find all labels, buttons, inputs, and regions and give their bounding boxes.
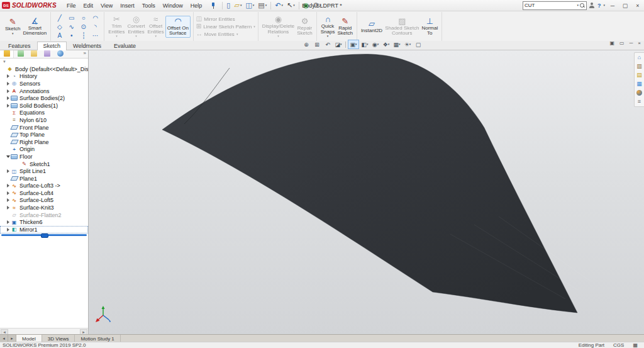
save-button[interactable]: ◫▾ xyxy=(243,2,256,9)
menu-help[interactable]: Help xyxy=(187,3,206,9)
normal-to-button[interactable]: ⊥ NormalTo xyxy=(420,16,439,37)
display-delete-relations-button[interactable]: ◉ Display/DeleteRelations ▾ xyxy=(261,14,296,38)
status-customize-icon[interactable]: ▦ xyxy=(633,343,638,348)
model-surface[interactable] xyxy=(162,54,577,313)
tree-item-body[interactable]: Body (Default<<Default>_Display State 1>… xyxy=(0,65,88,73)
tree-item-sensors[interactable]: Sensors xyxy=(0,80,88,87)
menu-insert[interactable]: Insert xyxy=(116,3,138,9)
tree-item-surface-loft4[interactable]: Surface-Loft4 xyxy=(0,189,88,197)
tab-sketch[interactable]: Sketch xyxy=(37,42,67,50)
design-library-icon[interactable]: ▥ xyxy=(636,64,642,69)
trim-entities-button[interactable]: ✂ TrimEntities ▾ xyxy=(107,14,126,38)
menu-edit[interactable]: Edit xyxy=(79,3,97,9)
dropdown-caret-icon[interactable]: ▾ xyxy=(399,43,401,46)
close-document-button[interactable]: × xyxy=(638,40,641,46)
point-icon[interactable]: • xyxy=(65,31,77,40)
open-file-button[interactable]: ▱▾ xyxy=(232,2,243,9)
tab-evaluate[interactable]: Evaluate xyxy=(108,42,142,50)
apply-scene-button[interactable]: ▦▾ xyxy=(392,40,402,48)
convert-entities-button[interactable]: ◎ ConvertEntities ▾ xyxy=(126,14,147,38)
spline-icon[interactable]: ∿ xyxy=(65,22,77,31)
dropdown-caret-icon[interactable]: ▾ xyxy=(377,43,379,46)
user-account-icon[interactable] xyxy=(589,3,595,8)
maximize-button[interactable]: ▢ xyxy=(620,3,630,9)
centerpoint-arc-icon[interactable]: ◠ xyxy=(89,13,101,22)
tree-item-material[interactable]: Nylon 6/10 xyxy=(0,116,88,124)
expand-arrow-icon[interactable] xyxy=(6,227,11,232)
tree-item-surface-loft3[interactable]: Surface-Loft3 -> xyxy=(0,182,88,190)
instant2d-button[interactable]: ▱ Instant2D xyxy=(360,19,384,35)
menu-window[interactable]: Window xyxy=(159,3,187,9)
dropdown-caret-icon[interactable]: ▾ xyxy=(265,4,267,7)
expand-arrow-icon[interactable] xyxy=(6,81,11,86)
smart-dimension-button[interactable]: ∡ Smart Dimension xyxy=(21,16,48,37)
offset-on-surface-button[interactable]: ◠ Offset OnSurface xyxy=(165,16,191,38)
dropdown-caret-icon[interactable]: ▾ xyxy=(135,35,137,38)
edit-appearance-button[interactable]: ❖▾ xyxy=(381,40,391,48)
search-box[interactable]: ▾ xyxy=(523,1,587,10)
menu-tools[interactable]: Tools xyxy=(138,3,159,9)
close-button[interactable]: × xyxy=(633,3,643,9)
mirror-entities-button[interactable]: ◫ Mirror Entities xyxy=(196,16,255,22)
corner-rectangle-icon[interactable]: ▭ xyxy=(65,13,77,22)
expand-arrow-icon[interactable] xyxy=(6,169,11,174)
search-dropdown-caret-icon[interactable]: ▾ xyxy=(577,4,579,7)
camera-button[interactable]: ▢ xyxy=(413,40,423,48)
help-caret-icon[interactable]: ▾ xyxy=(603,4,605,7)
dropdown-caret-icon[interactable]: ▾ xyxy=(253,25,255,28)
tree-item-surface-flatten2[interactable]: Surface-Flatten2 xyxy=(0,211,88,219)
select-button[interactable]: ↖▾ xyxy=(285,2,297,9)
rapid-sketch-button[interactable]: ✎ RapidSketch xyxy=(336,16,353,37)
dropdown-caret-icon[interactable]: ▾ xyxy=(388,43,390,46)
restore-window-button[interactable]: ▭ xyxy=(619,40,625,46)
tree-item-sketch1[interactable]: Sketch1 xyxy=(0,160,88,168)
expand-arrow-icon[interactable] xyxy=(6,220,11,225)
print-button[interactable]: ▤▾ xyxy=(256,2,269,9)
viewport-split-button[interactable]: ▣ xyxy=(610,40,615,46)
dropdown-caret-icon[interactable]: ▾ xyxy=(12,32,14,35)
rollback-bar[interactable] xyxy=(1,234,87,236)
status-units[interactable]: CGS xyxy=(613,343,624,348)
offset-entities-button[interactable]: ≈ OffsetEntities ▾ xyxy=(147,14,165,38)
undo-button[interactable]: ↶▾ xyxy=(273,2,285,9)
expand-arrow-icon[interactable] xyxy=(6,205,11,210)
expand-arrow-icon[interactable] xyxy=(6,89,11,94)
dropdown-caret-icon[interactable]: ▾ xyxy=(281,4,283,7)
tree-item-floor[interactable]: Floor xyxy=(0,153,88,160)
search-input[interactable] xyxy=(525,3,575,9)
tree-item-surface-knit3[interactable]: Surface-Knit3 xyxy=(0,204,88,211)
dropdown-caret-icon[interactable]: ▾ xyxy=(409,43,411,46)
sketch-button[interactable]: ✎ Sketch ▾ xyxy=(4,17,21,36)
line-icon[interactable]: ╱ xyxy=(53,13,65,22)
tree-item-history[interactable]: History xyxy=(0,73,88,81)
expand-arrow-icon[interactable] xyxy=(6,183,11,188)
tab-features[interactable]: Features xyxy=(2,42,37,50)
hide-show-items-button[interactable]: ◉▾ xyxy=(370,40,380,48)
dropdown-caret-icon[interactable]: ▾ xyxy=(327,35,329,38)
solidworks-resources-icon[interactable]: ⌂ xyxy=(638,55,641,60)
tree-item-thicken6[interactable]: Thicken6 xyxy=(0,218,88,226)
tree-item-annotations[interactable]: Annotations xyxy=(0,87,88,95)
dropdown-caret-icon[interactable]: ▾ xyxy=(277,35,279,38)
view-palette-icon[interactable]: ▦ xyxy=(636,81,642,87)
tree-item-origin[interactable]: Origin xyxy=(0,146,88,154)
polygon-icon[interactable]: ◇ xyxy=(53,22,65,31)
dropdown-caret-icon[interactable]: ▾ xyxy=(355,43,357,46)
tree-item-right-plane[interactable]: Right Plane xyxy=(0,138,88,146)
zoom-to-area-button[interactable]: ⊞ xyxy=(312,40,322,48)
tree-item-equations[interactable]: Equations xyxy=(0,109,88,117)
dropdown-caret-icon[interactable]: ▾ xyxy=(340,43,342,46)
circle-icon[interactable]: ○ xyxy=(77,13,89,22)
dropdown-caret-icon[interactable]: ▾ xyxy=(240,4,242,7)
tree-item-surface-loft5[interactable]: Surface-Loft5 xyxy=(0,197,88,205)
filter-icon[interactable]: ▼ xyxy=(3,60,6,64)
minimize-window-button[interactable]: ─ xyxy=(630,40,633,46)
expand-arrow-icon[interactable] xyxy=(6,103,11,108)
linear-sketch-pattern-button[interactable]: ⊞ Linear Sketch Pattern ▾ xyxy=(196,23,255,30)
ellipse-icon[interactable]: ⊙ xyxy=(77,22,89,31)
expand-arrow-icon[interactable] xyxy=(6,74,11,79)
tree-item-front-plane[interactable]: Front Plane xyxy=(0,124,88,132)
pin-menu-icon[interactable] xyxy=(209,2,216,9)
tree-item-solid-bodies[interactable]: Solid Bodies(1) xyxy=(0,102,88,109)
sketch-fillet-icon[interactable]: ◝ xyxy=(89,22,101,31)
